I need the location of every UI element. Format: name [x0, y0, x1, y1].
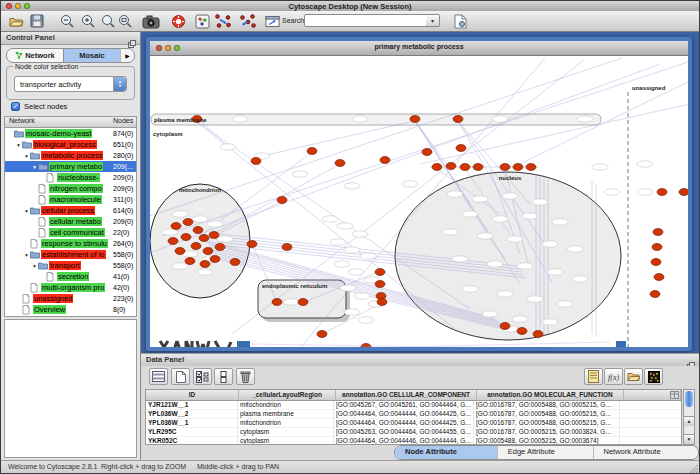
- node-label[interactable]: [344, 309, 360, 315]
- tree-item-macromolecule[interactable]: macromolecule311(0): [5, 194, 136, 205]
- scrollbar-thumb[interactable]: [685, 391, 693, 407]
- tree-item-unassigned[interactable]: unassigned223(0): [5, 293, 136, 304]
- node-label[interactable]: [197, 269, 213, 275]
- tree-item-mosaic-demo-yeast[interactable]: mosaic-demo-yeast874(0): [5, 128, 136, 139]
- node-label[interactable]: [507, 236, 523, 242]
- node-label[interactable]: [337, 223, 353, 229]
- network-node[interactable]: [650, 291, 660, 298]
- network-node[interactable]: [185, 258, 195, 265]
- tree-item-multi-organism-pro[interactable]: multi-organism pro42(0): [5, 282, 136, 293]
- node-label[interactable]: [348, 269, 364, 275]
- network-node[interactable]: [453, 116, 463, 123]
- search-dropdown-arrow[interactable]: ▾: [426, 14, 440, 27]
- node-label[interactable]: [532, 199, 548, 205]
- network-node[interactable]: [513, 164, 523, 171]
- delete-attribute-trash-icon[interactable]: [236, 368, 255, 385]
- network-node[interactable]: [657, 189, 667, 196]
- tree-col-nodes[interactable]: Nodes: [113, 117, 133, 124]
- tree-item-cell-communicat[interactable]: cell communicat22(0): [5, 227, 136, 238]
- node-label[interactable]: [492, 216, 508, 222]
- column-header-3[interactable]: annotation.GO CELLULAR_COMPONENT: [336, 390, 477, 400]
- node-label[interactable]: [402, 181, 418, 187]
- network-node[interactable]: [533, 331, 543, 338]
- network-node[interactable]: [432, 164, 442, 171]
- node-label[interactable]: [330, 239, 346, 245]
- tree-item-cellular-process[interactable]: ▼cellular process614(0): [5, 205, 136, 216]
- node-label[interactable]: [547, 269, 563, 275]
- save-session-icon[interactable]: [28, 13, 46, 29]
- node-label[interactable]: [472, 196, 488, 202]
- expander-icon[interactable]: ▼: [31, 164, 38, 170]
- node-label[interactable]: [637, 161, 653, 167]
- new-attribute-icon[interactable]: [171, 368, 190, 385]
- network-node[interactable]: [500, 323, 510, 330]
- node-label[interactable]: [172, 263, 188, 269]
- expander-icon[interactable]: ▼: [23, 252, 30, 258]
- network-node[interactable]: [446, 163, 456, 170]
- apply-layout-alt-icon[interactable]: [239, 13, 257, 29]
- tab-mosaic[interactable]: Mosaic: [63, 49, 120, 62]
- network-canvas[interactable]: plasma membrane cytoplasm mitochondrion …: [150, 56, 688, 347]
- notes-icon[interactable]: [584, 368, 603, 385]
- column-header-1[interactable]: ID: [146, 390, 239, 400]
- node-label[interactable]: [527, 296, 543, 302]
- node-label[interactable]: [552, 219, 568, 225]
- node-label[interactable]: [340, 285, 356, 291]
- network-node[interactable]: [653, 229, 663, 236]
- node-label[interactable]: [442, 229, 458, 235]
- attribute-table-icon[interactable]: [149, 368, 168, 385]
- tree-item-secretion[interactable]: secretion41(0): [5, 271, 136, 282]
- node-label[interactable]: [542, 319, 558, 325]
- resize-grip[interactable]: [688, 463, 698, 472]
- node-label[interactable]: [220, 144, 236, 150]
- node-label[interactable]: [604, 189, 620, 195]
- zoom-selected-icon[interactable]: [99, 13, 117, 29]
- network-node[interactable]: [526, 164, 536, 171]
- matrix-icon[interactable]: [644, 368, 663, 385]
- network-node[interactable]: [361, 344, 371, 348]
- network-node[interactable]: [191, 243, 201, 250]
- destroy-view-icon[interactable]: [263, 13, 281, 29]
- scroll-down-arrow[interactable]: ▼: [684, 434, 694, 444]
- network-node[interactable]: [651, 259, 661, 266]
- network-node[interactable]: [375, 281, 385, 288]
- network-node[interactable]: [210, 256, 220, 263]
- node-label[interactable]: [217, 236, 233, 242]
- birdseye-navigator[interactable]: [4, 319, 137, 458]
- tree-item-biological-process[interactable]: ▼biological_process651(0): [5, 139, 136, 150]
- formula-icon[interactable]: f(x): [604, 368, 623, 385]
- node-label[interactable]: [557, 301, 573, 307]
- node-label[interactable]: [360, 253, 376, 259]
- tree-item-transport[interactable]: ▼transport558(0): [5, 260, 136, 271]
- scroll-up-arrow[interactable]: ▲: [684, 416, 694, 426]
- tab-node-attribute-browser[interactable]: Node Attribute Browser: [395, 446, 497, 459]
- network-node[interactable]: [215, 244, 225, 251]
- node-label[interactable]: [572, 276, 588, 282]
- search-input[interactable]: [304, 14, 428, 27]
- network-node[interactable]: [679, 189, 688, 196]
- snapshot-camera-icon[interactable]: [142, 13, 160, 29]
- open-session-icon[interactable]: [7, 13, 25, 29]
- tree-item-primary-metabo[interactable]: ▼primary metabo209(...: [5, 161, 136, 172]
- tree-item-nucleobase-[interactable]: nucleobase-209(0): [5, 172, 136, 183]
- node-label[interactable]: [447, 191, 463, 197]
- network-node[interactable]: [377, 299, 387, 306]
- network-node[interactable]: [171, 223, 181, 230]
- network-node[interactable]: [335, 160, 345, 167]
- network-node[interactable]: [317, 331, 327, 338]
- tree-item-overview[interactable]: Overview8(0): [5, 304, 136, 315]
- network-node[interactable]: [380, 157, 390, 164]
- vizmapper-icon[interactable]: [193, 13, 211, 29]
- network-node[interactable]: [282, 244, 292, 251]
- network-node[interactable]: [473, 164, 483, 171]
- node-label[interactable]: [592, 164, 608, 170]
- node-label[interactable]: [344, 183, 360, 189]
- expander-icon[interactable]: ▼: [31, 263, 38, 269]
- network-node[interactable]: [277, 197, 287, 204]
- node-label[interactable]: [207, 221, 223, 227]
- network-node[interactable]: [230, 259, 240, 266]
- network-node[interactable]: [456, 145, 466, 152]
- network-view-titlebar[interactable]: primary metabolic process: [150, 41, 688, 56]
- float-panel-icon[interactable]: [128, 34, 136, 42]
- help-lifering-icon[interactable]: [169, 13, 187, 29]
